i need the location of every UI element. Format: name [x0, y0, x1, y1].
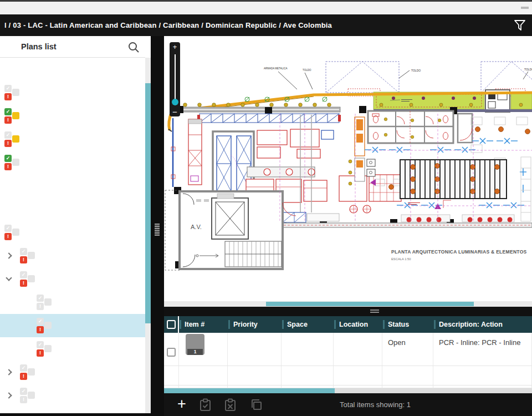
square-badge-icon [28, 252, 35, 259]
tree-item-carrofour[interactable]: ✓! [0, 337, 145, 361]
plan-status-badges: ✓! [37, 318, 53, 333]
row-checkbox[interactable] [167, 348, 176, 357]
floor-plan-viewport[interactable]: TOLDO TOLDO [164, 36, 532, 301]
items-table: Item #PrioritySpaceLocationStatusDescrip… [164, 316, 532, 388]
square-badge-icon [44, 298, 52, 306]
tree-item-ave-colombia[interactable]: ✓! [0, 314, 145, 337]
plan-stairwell [165, 190, 296, 270]
plan-awnings [326, 62, 532, 93]
chevron-right-icon[interactable] [6, 252, 12, 258]
sidebar-title: Plans list [21, 42, 57, 51]
check-badge-icon: ✓ [37, 295, 44, 302]
tree-item-philippines[interactable]: ✓! [0, 151, 145, 174]
plan-status-badges: ✓! [37, 341, 53, 357]
square-badge-icon [44, 322, 52, 329]
check-badge-icon: ✓ [20, 388, 27, 395]
column-header-description-action[interactable]: Description: Action [433, 316, 532, 333]
table-hscroll-thumb[interactable] [164, 388, 335, 393]
check-badge-icon: ✓ [4, 108, 12, 115]
breadcrumb[interactable]: l / 03 - LAC - Latin American and Caribb… [0, 21, 508, 29]
svg-text:ARMADA METALICA: ARMADA METALICA [264, 67, 287, 70]
tree-item-jamaica[interactable]: ✓! [0, 361, 145, 384]
column-header-location[interactable]: Location [334, 316, 382, 333]
plan-hscroll-thumb[interactable] [266, 302, 474, 306]
bottom-toolbar: + Total items showing: 1 [164, 393, 532, 416]
square-badge-icon [28, 368, 35, 376]
divider-grip-icon[interactable] [155, 224, 160, 236]
filter-button[interactable] [508, 14, 532, 36]
table-horizontal-scrollbar[interactable] [164, 388, 532, 393]
plan-status-badges: ✓! [20, 364, 37, 380]
plan-kitchen-wall [180, 107, 340, 112]
plan-horizontal-scrollbar[interactable] [164, 301, 532, 307]
exclamation-badge-icon: ! [4, 116, 12, 124]
exclamation-badge-icon: ! [4, 163, 12, 170]
tree-item-caribbean[interactable]: ✓! [0, 221, 145, 244]
chevron-right-icon[interactable] [6, 392, 12, 398]
tree-item-bahamas[interactable]: ✓! [0, 244, 145, 267]
location-cell [334, 333, 382, 366]
exclamation-badge-icon: ! [20, 396, 27, 403]
splitter-grip-icon[interactable] [370, 310, 379, 313]
tree-item-02-mena-middle-east-north-africa[interactable] [0, 174, 145, 197]
check-badge-icon: ✓ [4, 85, 12, 92]
item-thumbnail[interactable]: 1 [186, 334, 204, 355]
chevron-down-icon[interactable] [6, 275, 12, 281]
tree-item-dominican-republic[interactable]: ✓! [0, 267, 145, 291]
column-header-priority[interactable]: Priority [228, 316, 282, 333]
zoom-track[interactable] [175, 54, 176, 105]
column-header-space[interactable]: Space [282, 316, 334, 333]
plan-status-badges: ✓! [37, 295, 53, 310]
plan-shelf-row [197, 114, 341, 123]
tree-item-japan[interactable]: ✓! [0, 104, 145, 128]
tree-item-14408-dr-santo-domingo-a[interactable]: ✓! [0, 291, 145, 314]
item-thumbnail-badge: 1 [187, 349, 203, 355]
tree-item-indonesia[interactable]: ✓! [0, 81, 145, 104]
plan-status-badges: ✓! [4, 225, 21, 240]
sidebar-scrollbar-track[interactable] [145, 58, 151, 416]
chevron-right-icon[interactable] [6, 369, 12, 375]
top-strip [0, 0, 532, 14]
exclamation-badge-icon: ! [20, 280, 27, 287]
tree-item-03-lac-latin-american-and-caribbean[interactable] [0, 197, 145, 221]
zoom-slider[interactable]: + − [170, 42, 180, 116]
sidebar-scrollbar-thumb[interactable] [145, 83, 151, 323]
column-header-item[interactable]: Item # [179, 316, 228, 333]
tree-item-01-ap-asia-pacific-mea[interactable] [0, 58, 145, 81]
panel-divider[interactable] [151, 36, 164, 416]
clipboard-x-icon[interactable] [224, 398, 237, 412]
tree-item-puerto-rico[interactable]: ✓! [0, 384, 145, 407]
horizontal-splitter[interactable] [164, 307, 532, 316]
zoom-in-button[interactable]: + [170, 43, 180, 51]
square-badge-icon [12, 159, 19, 166]
check-badge-icon: ✓ [37, 341, 44, 348]
search-button[interactable] [127, 41, 140, 53]
magnifier-icon [127, 41, 140, 53]
zoom-knob[interactable] [172, 99, 178, 105]
exclamation-badge-icon: ! [37, 326, 44, 333]
zoom-out-button[interactable]: − [170, 107, 180, 116]
svg-text:TOLDO: TOLDO [524, 68, 532, 71]
check-badge-icon: ✓ [37, 318, 44, 325]
sidebar-bottom-edge [0, 413, 151, 416]
svg-text:A.V.: A.V. [191, 224, 202, 230]
exclamation-badge-icon: ! [4, 233, 12, 240]
svg-text:TOLDO: TOLDO [303, 69, 311, 72]
exclamation-badge-icon: ! [20, 373, 27, 380]
column-header-status[interactable]: Status [382, 316, 433, 333]
check-badge-icon: ✓ [4, 155, 12, 162]
funnel-icon [514, 19, 526, 32]
clipboard-check-icon[interactable] [199, 398, 212, 412]
row-checkbox-cell [164, 333, 179, 366]
tree-item-new-zealand[interactable]: ✓! [0, 128, 145, 151]
plan-cooler-grid [400, 160, 507, 208]
table-header: Item #PrioritySpaceLocationStatusDescrip… [164, 316, 532, 333]
add-item-button[interactable]: + [177, 396, 186, 412]
square-badge-icon [28, 392, 35, 399]
priority-cell [228, 333, 282, 366]
svg-text:ESCALA 1:50: ESCALA 1:50 [391, 257, 411, 261]
copy-icon[interactable] [249, 398, 262, 412]
table-row[interactable]: 1 Open PCR - Inline: PCR - Inline [164, 333, 532, 366]
description-cell: PCR - Inline: PCR - Inline [433, 333, 532, 366]
select-all-checkbox[interactable] [167, 320, 176, 329]
